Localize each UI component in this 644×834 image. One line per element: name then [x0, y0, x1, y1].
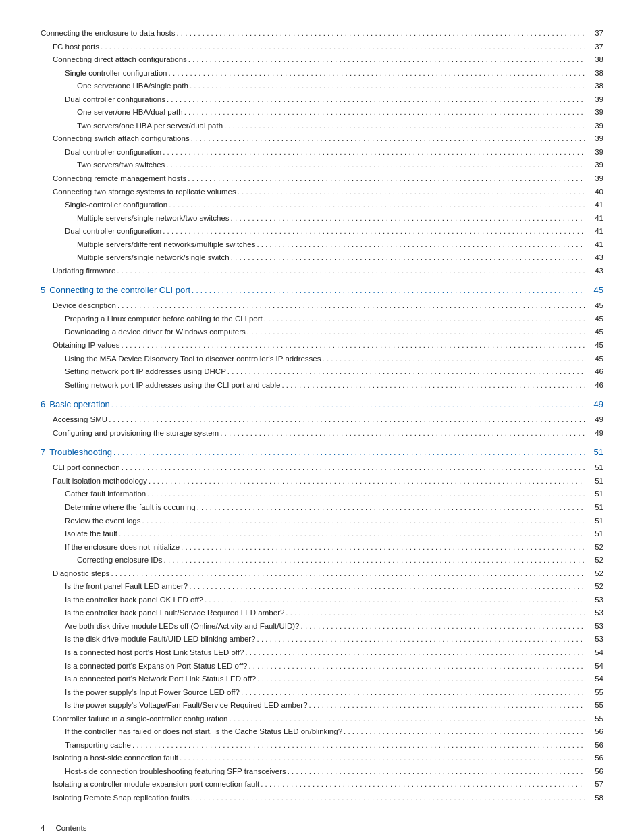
entry-dots: . . . . . . . . . . . . . . . . . . . . … [147, 475, 585, 488]
entry-dots: . . . . . . . . . . . . . . . . . . . . … [109, 567, 585, 581]
footer-label: Contents [55, 824, 86, 832]
entry-dots: . . . . . . . . . . . . . . . . . . . . … [300, 620, 585, 633]
entry-text: Correcting enclosure IDs [77, 554, 163, 567]
toc-entry: Controller failure in a single-controlle… [41, 712, 603, 726]
entry-text: One server/one HBA/dual path [77, 106, 183, 120]
toc-entry: If the enclosure does not initialize . .… [41, 541, 603, 554]
toc-entry: Connecting remote management hosts . . .… [41, 172, 603, 186]
toc-entry: Preparing a Linux computer before cablin… [41, 313, 603, 326]
entry-text: Is a connected host port's Host Link Sta… [65, 646, 244, 660]
chapter-number: 5 [41, 282, 45, 299]
entry-page: 51 [585, 475, 603, 488]
entry-dots: . . . . . . . . . . . . . . . . . . . . … [117, 527, 585, 541]
toc-entry: Downloading a device driver for Windows … [41, 325, 603, 339]
entry-dots: . . . . . . . . . . . . . . . . . . . . … [342, 725, 585, 739]
chapter-page: 49 [585, 396, 603, 413]
entry-page: 54 [585, 660, 603, 673]
entry-page: 56 [585, 765, 603, 779]
entry-dots: . . . . . . . . . . . . . . . . . . . . … [187, 53, 585, 67]
entry-text: Connecting remote management hosts [53, 172, 186, 186]
toc-entry: Fault isolation methodology . . . . . . … [41, 475, 603, 488]
toc-entry: Is the controller back panel OK LED off?… [41, 594, 603, 607]
toc-entry: Is the controller back panel Fault/Servi… [41, 606, 603, 620]
entry-page: 45 [585, 353, 603, 366]
entry-text: Is a connected port's Network Port Link … [65, 673, 256, 686]
chapter-dots: . . . . . . . . . . . . . . . . . . . . … [112, 445, 585, 461]
entry-text: Connecting switch attach configurations [53, 132, 190, 146]
entry-dots: . . . . . . . . . . . . . . . . . . . . … [236, 186, 585, 199]
entry-dots: . . . . . . . . . . . . . . . . . . . . … [240, 686, 585, 700]
chapter-entry: 7Troubleshooting . . . . . . . . . . . .… [41, 444, 603, 461]
entry-text: Single-controller configuration [65, 199, 167, 212]
entry-page: 39 [585, 172, 603, 186]
chapter-title[interactable]: Troubleshooting [49, 444, 112, 461]
chapter-title[interactable]: Basic operation [49, 396, 110, 413]
entry-text: Is the front panel Fault LED amber? [65, 580, 188, 594]
entry-text: Updating firmware [53, 265, 115, 278]
entry-dots: . . . . . . . . . . . . . . . . . . . . … [188, 80, 585, 93]
entry-page: 40 [585, 186, 603, 199]
entry-page: 52 [585, 554, 603, 567]
entry-dots: . . . . . . . . . . . . . . . . . . . . … [263, 313, 585, 326]
entry-page: 39 [585, 120, 603, 133]
toc-entry: Dual controller configurations . . . . .… [41, 93, 603, 107]
toc-entry: Determine where the fault is occurring .… [41, 501, 603, 515]
entry-page: 45 [585, 325, 603, 339]
entry-page: 45 [585, 299, 603, 313]
chapter-page: 51 [585, 444, 603, 461]
toc-entry: Setting network port IP addresses using … [41, 379, 603, 392]
toc-entry: Is a connected port's Expansion Port Sta… [41, 660, 603, 673]
entry-page: 56 [585, 739, 603, 752]
entry-dots: . . . . . . . . . . . . . . . . . . . . … [165, 159, 585, 172]
entry-dots: . . . . . . . . . . . . . . . . . . . . … [186, 172, 585, 186]
entry-text: Are both disk drive module LEDs off (Onl… [65, 620, 300, 633]
chapter-number: 6 [41, 396, 45, 413]
entry-page: 37 [585, 27, 603, 41]
entry-dots: . . . . . . . . . . . . . . . . . . . . … [131, 739, 585, 752]
entry-page: 38 [585, 67, 603, 80]
entry-page: 39 [585, 159, 603, 172]
entry-dots: . . . . . . . . . . . . . . . . . . . . … [188, 580, 585, 594]
entry-text: Connecting the enclosure to data hosts [41, 27, 175, 41]
entry-text: Is the controller back panel OK LED off? [65, 594, 203, 607]
entry-page: 56 [585, 752, 603, 765]
entry-dots: . . . . . . . . . . . . . . . . . . . . … [230, 251, 585, 265]
toc-entry: Are both disk drive module LEDs off (Onl… [41, 620, 603, 633]
entry-dots: . . . . . . . . . . . . . . . . . . . . … [141, 515, 585, 528]
toc-entry: Single-controller configuration . . . . … [41, 199, 603, 212]
chapter-number: 7 [41, 444, 45, 461]
entry-page: 39 [585, 93, 603, 107]
entry-dots: . . . . . . . . . . . . . . . . . . . . … [308, 699, 585, 712]
entry-text: If the controller has failed or does not… [65, 725, 342, 739]
toc-entry: CLI port connection . . . . . . . . . . … [41, 461, 603, 475]
entry-dots: . . . . . . . . . . . . . . . . . . . . … [175, 27, 585, 41]
footer-page-number: 4 [41, 824, 45, 832]
toc-entry: Two servers/two switches . . . . . . . .… [41, 159, 603, 172]
entry-dots: . . . . . . . . . . . . . . . . . . . . … [244, 646, 585, 660]
entry-dots: . . . . . . . . . . . . . . . . . . . . … [120, 339, 585, 353]
chapter-entry: 5Connecting to the controller CLI port .… [41, 282, 603, 299]
entry-dots: . . . . . . . . . . . . . . . . . . . . … [226, 365, 585, 379]
entry-dots: . . . . . . . . . . . . . . . . . . . . … [146, 488, 585, 501]
toc-entry: Diagnostic steps . . . . . . . . . . . .… [41, 567, 603, 581]
entry-dots: . . . . . . . . . . . . . . . . . . . . … [116, 299, 585, 313]
toc-entry: Two servers/one HBA per server/dual path… [41, 120, 603, 133]
entry-dots: . . . . . . . . . . . . . . . . . . . . … [161, 225, 585, 238]
entry-page: 41 [585, 225, 603, 238]
toc-entry: Is a connected host port's Host Link Sta… [41, 646, 603, 660]
entry-text: Isolating Remote Snap replication faults [53, 791, 190, 805]
entry-dots: . . . . . . . . . . . . . . . . . . . . … [255, 238, 585, 252]
chapter-dots: . . . . . . . . . . . . . . . . . . . . … [110, 397, 585, 413]
chapter-title[interactable]: Connecting to the controller CLI port [49, 282, 190, 299]
entry-dots: . . . . . . . . . . . . . . . . . . . . … [99, 41, 585, 54]
chapter-entry: 6Basic operation . . . . . . . . . . . .… [41, 396, 603, 413]
entry-text: Connecting direct attach configurations [53, 53, 187, 67]
entry-page: 55 [585, 686, 603, 700]
entry-text: Is the power supply's Voltage/Fan Fault/… [65, 699, 308, 712]
entry-text: Is the disk drive module Fault/UID LED b… [65, 633, 256, 646]
entry-dots: . . . . . . . . . . . . . . . . . . . . … [165, 93, 585, 107]
entry-page: 55 [585, 699, 603, 712]
entry-text: Two servers/two switches [77, 159, 165, 172]
entry-dots: . . . . . . . . . . . . . . . . . . . . … [280, 379, 585, 392]
entry-text: Fault isolation methodology [53, 475, 147, 488]
